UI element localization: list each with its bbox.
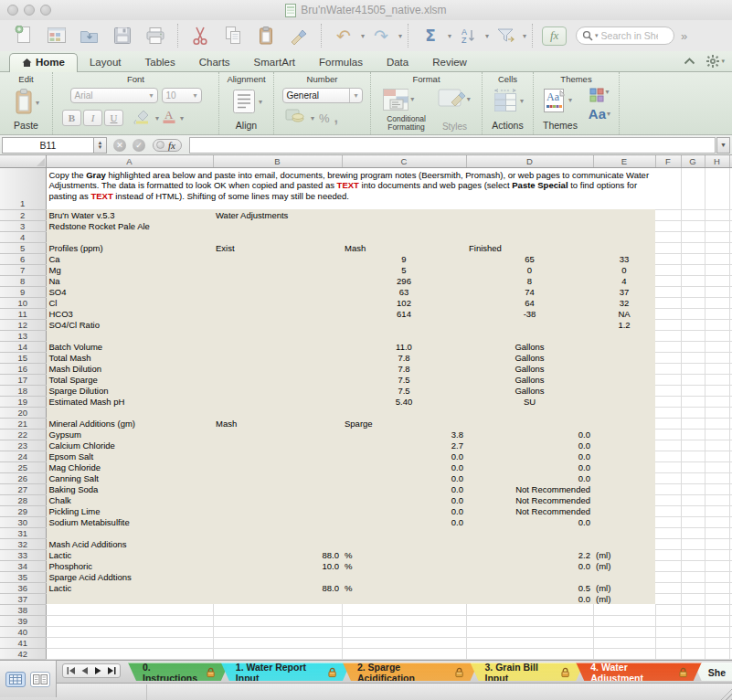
cell-B12[interactable] [213, 319, 342, 330]
cell-A25[interactable]: Mag Chloride [46, 461, 213, 472]
cell-H9[interactable] [705, 286, 729, 297]
format-painter-icon[interactable] [287, 24, 311, 48]
cell-H40[interactable] [705, 626, 729, 637]
cell-C5[interactable]: Mash [342, 242, 466, 253]
name-box[interactable]: B11 [2, 137, 93, 154]
cell-B26[interactable] [213, 472, 342, 483]
cell-F29[interactable] [655, 505, 681, 516]
cell-E26[interactable] [593, 472, 655, 483]
undo-dropdown-arrow[interactable]: ▾ [361, 32, 365, 40]
cell-E40[interactable] [593, 626, 655, 637]
row-header-17[interactable]: 17 [0, 374, 46, 385]
cell-A12[interactable]: SO4/Cl Ratio [46, 319, 213, 330]
align-dropdown-arrow[interactable]: ▾ [259, 98, 262, 106]
cell-H13[interactable] [705, 330, 729, 341]
cell-A31[interactable] [46, 527, 213, 538]
cell-C37[interactable] [342, 593, 466, 604]
cell-E33[interactable]: (ml) [593, 549, 655, 560]
cell-H38[interactable] [705, 604, 729, 615]
column-header-b[interactable]: B [213, 155, 342, 167]
cell-E3[interactable] [593, 220, 655, 231]
cell-E15[interactable] [593, 352, 655, 363]
cell-B2[interactable]: Water Adjustments [213, 209, 342, 220]
cell-G18[interactable] [681, 385, 705, 396]
actions-dropdown-arrow[interactable]: ▾ [520, 97, 524, 105]
row-header-18[interactable]: 18 [0, 385, 46, 396]
window-resize-grip[interactable] [716, 684, 732, 700]
cell-A21[interactable]: Mineral Additions (gm) [46, 418, 213, 429]
cell-G13[interactable] [681, 330, 705, 341]
open-icon[interactable] [78, 24, 101, 48]
cell-H4[interactable] [705, 231, 729, 242]
cell-D20[interactable] [466, 407, 593, 418]
cell-F30[interactable] [655, 516, 681, 527]
row-header-38[interactable]: 38 [0, 604, 46, 615]
cell-G39[interactable] [681, 615, 705, 626]
cell-D37[interactable]: 0.0 [466, 593, 593, 604]
cell-G22[interactable] [681, 429, 705, 440]
cell-C34[interactable]: % [342, 560, 466, 571]
cell-C38[interactable] [342, 604, 466, 615]
cell-G27[interactable] [681, 483, 705, 494]
cell-B27[interactable] [213, 483, 342, 494]
cell-H28[interactable] [705, 494, 729, 505]
cell-E7[interactable]: 0 [593, 264, 655, 275]
cell-G9[interactable] [681, 286, 705, 297]
cell-F28[interactable] [655, 494, 681, 505]
cell-G16[interactable] [681, 363, 705, 374]
cell-D31[interactable] [466, 527, 593, 538]
cell-B14[interactable] [213, 341, 342, 352]
cell-F22[interactable] [655, 429, 681, 440]
font-color-button[interactable]: A [161, 108, 177, 128]
cell-D13[interactable] [466, 330, 593, 341]
cell-D35[interactable] [466, 571, 593, 582]
cell-H42[interactable] [705, 648, 729, 659]
row-header-1[interactable]: 1 [0, 167, 46, 209]
row-header-40[interactable]: 40 [0, 626, 46, 637]
sort-icon[interactable]: AZ [456, 24, 480, 48]
cell-A42[interactable] [46, 648, 213, 659]
cell-E2[interactable] [593, 209, 655, 220]
cell-H41[interactable] [705, 637, 729, 648]
cell-B31[interactable] [213, 527, 342, 538]
select-all-corner[interactable] [0, 155, 46, 167]
cell-H11[interactable] [705, 308, 729, 319]
cell-F10[interactable] [655, 297, 681, 308]
italic-button[interactable]: I [83, 110, 102, 126]
cell-C26[interactable]: 0.0 [342, 472, 466, 483]
cell-H22[interactable] [705, 429, 729, 440]
sheet-tab-2-sparge-acidification[interactable]: 2. Sparge Acidification [343, 663, 479, 681]
collapse-ribbon-icon[interactable] [684, 58, 695, 65]
comma-format-button[interactable]: , [334, 114, 338, 122]
cell-A15[interactable]: Total Mash [46, 352, 213, 363]
cell-A4[interactable] [46, 231, 213, 242]
cell-D9[interactable]: 74 [466, 286, 593, 297]
cell-B4[interactable] [213, 231, 342, 242]
cell-C25[interactable]: 0.0 [342, 461, 466, 472]
cell-A36[interactable]: Lactic [46, 582, 213, 593]
row-header-30[interactable]: 30 [0, 516, 46, 527]
cell-E13[interactable] [593, 330, 655, 341]
cell-E6[interactable]: 33 [593, 253, 655, 264]
cell-A20[interactable] [46, 407, 213, 418]
cell-B36[interactable]: 88.0 [213, 582, 342, 593]
cell-D40[interactable] [466, 626, 593, 637]
cell-G32[interactable] [681, 538, 705, 549]
paste-button[interactable] [13, 88, 35, 119]
cell-F42[interactable] [655, 648, 681, 659]
cell-E12[interactable]: 1.2 [593, 319, 655, 330]
cell-G28[interactable] [681, 494, 705, 505]
cell-H5[interactable] [705, 242, 729, 253]
cell-H12[interactable] [705, 319, 729, 330]
toolbar-overflow-icon[interactable]: » [681, 29, 685, 43]
cell-E8[interactable]: 4 [593, 275, 655, 286]
row-header-28[interactable]: 28 [0, 494, 46, 505]
cell-D10[interactable]: 64 [466, 297, 593, 308]
cell-E34[interactable]: (ml) [593, 560, 655, 571]
cell-G34[interactable] [681, 560, 705, 571]
cut-icon[interactable] [188, 24, 212, 48]
cell-F16[interactable] [655, 363, 681, 374]
confirm-entry-icon[interactable]: ✓ [133, 139, 145, 152]
cell-E18[interactable] [593, 385, 655, 396]
cell-D38[interactable] [466, 604, 593, 615]
